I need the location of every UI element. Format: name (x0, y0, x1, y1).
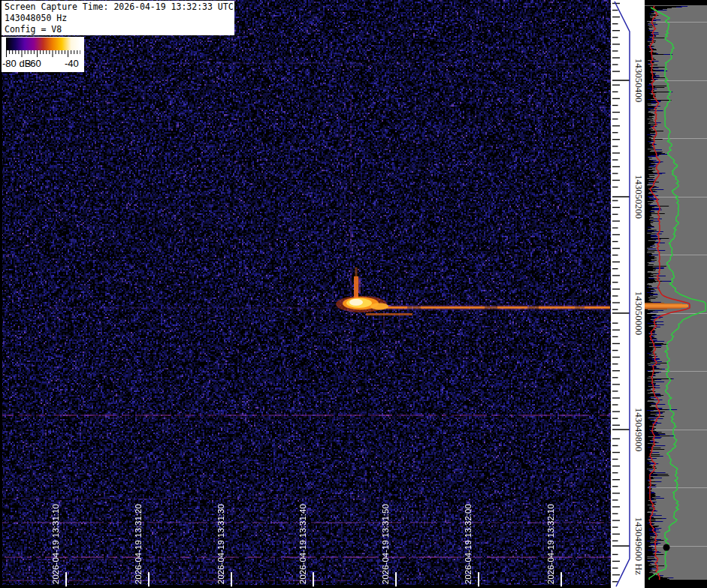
time-tick-label: 2026-04-19 13:31:30 (216, 504, 225, 584)
frequency-tick-label: 143050400 (633, 59, 645, 103)
time-tick-mark (478, 572, 479, 586)
frequency-tick-label: 143049800 (633, 408, 645, 452)
color-scale-legend: -80 dB -60 -40 (2, 37, 84, 72)
time-tick-mark (313, 572, 314, 586)
capture-info-box: Screen Capture Time: 2026-04-19 13:32:33… (2, 1, 234, 35)
waterfall-spectrogram (0, 0, 611, 588)
time-tick-label: 2026-04-19 13:31:40 (298, 504, 307, 584)
time-tick-mark (395, 572, 397, 586)
colorbar-label-mid: -60 (27, 58, 41, 69)
time-tick-mark (65, 572, 67, 586)
colorbar-label-max: -40 (65, 58, 79, 69)
center-frequency-line: 143048050 Hz (5, 13, 234, 24)
spectrum-analyzer-panel (645, 0, 707, 588)
time-tick-label: 2026-04-19 13:31:20 (134, 504, 143, 584)
frequency-tick-label: 143049600 Hz (633, 517, 645, 575)
frequency-tick-label: 143050000 (633, 291, 645, 336)
capture-time-line: Screen Capture Time: 2026-04-19 13:32:33… (5, 2, 234, 13)
time-tick-mark (148, 572, 150, 586)
time-tick-label: 2026-04-19 13:32:10 (546, 504, 555, 584)
frequency-tick-label: 143050200 (633, 175, 645, 219)
frequency-axis: 1430504001430502001430500001430498001430… (611, 0, 645, 588)
spectrogram-app-window: 1430504001430502001430500001430498001430… (0, 0, 707, 588)
time-tick-mark (231, 572, 232, 586)
time-tick-mark (560, 572, 562, 586)
time-tick-label: 2026-04-19 13:31:50 (381, 504, 390, 584)
color-scale-ruler (6, 50, 80, 58)
color-scale-gradient (6, 38, 80, 50)
time-tick-label: 2026-04-19 13:31:10 (51, 504, 60, 584)
time-tick-label: 2026-04-19 13:32:00 (464, 504, 473, 584)
config-line: Config = V8 (5, 24, 234, 35)
